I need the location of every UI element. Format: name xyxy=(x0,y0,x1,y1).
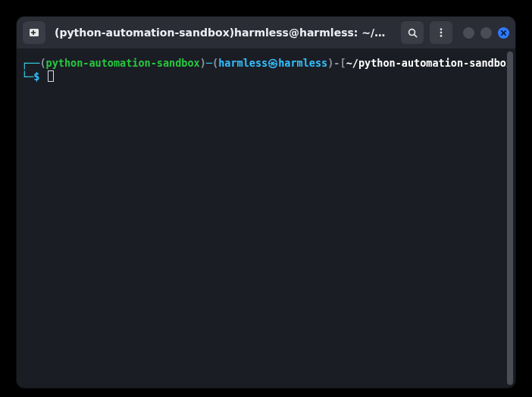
search-icon xyxy=(407,27,418,39)
terminal-body[interactable]: ┌──(python-automation-sandbox)─(harmless… xyxy=(17,48,507,388)
prompt-skull-icon: ㉿ xyxy=(268,57,278,69)
prompt-box-bottom: └─ xyxy=(21,70,33,83)
new-tab-button[interactable] xyxy=(23,21,45,44)
terminal-window: (python-automation-sandbox)harmless@harm… xyxy=(17,17,515,388)
prompt-paren-open-1: ( xyxy=(39,57,45,69)
prompt-venv: python-automation-sandbox xyxy=(46,57,200,69)
prompt-dash: ─ xyxy=(206,57,212,69)
svg-point-3 xyxy=(408,29,415,35)
new-tab-icon xyxy=(28,27,40,39)
prompt-host: harmless xyxy=(278,57,327,69)
prompt-paren-close-1: ) xyxy=(200,57,206,69)
titlebar: (python-automation-sandbox)harmless@harm… xyxy=(17,17,515,48)
prompt-cwd: ~/python-automation-sandbox xyxy=(346,57,507,69)
terminal-body-wrap: ┌──(python-automation-sandbox)─(harmless… xyxy=(17,48,515,388)
prompt-user: harmless xyxy=(218,57,268,69)
maximize-button[interactable] xyxy=(480,27,492,39)
svg-point-5 xyxy=(440,28,443,30)
close-icon xyxy=(500,30,507,36)
minimize-button[interactable] xyxy=(463,27,474,39)
close-button[interactable] xyxy=(498,27,509,39)
svg-line-4 xyxy=(414,34,417,37)
prompt-paren-open-2: ( xyxy=(212,57,218,69)
svg-point-7 xyxy=(440,35,443,37)
search-button[interactable] xyxy=(401,21,424,44)
window-controls xyxy=(463,27,509,39)
scrollbar-thumb[interactable] xyxy=(507,52,513,385)
prompt-dash-bracket: -[ xyxy=(333,57,346,69)
prompt-box-top: ┌── xyxy=(21,57,39,69)
cursor xyxy=(48,70,54,82)
menu-icon xyxy=(436,27,446,38)
window-title: (python-automation-sandbox)harmless@harm… xyxy=(52,27,395,39)
svg-point-6 xyxy=(440,32,443,34)
prompt-dollar: $ xyxy=(33,70,39,83)
svg-rect-2 xyxy=(31,32,36,33)
menu-button[interactable] xyxy=(430,21,452,44)
scrollbar[interactable] xyxy=(507,52,513,385)
